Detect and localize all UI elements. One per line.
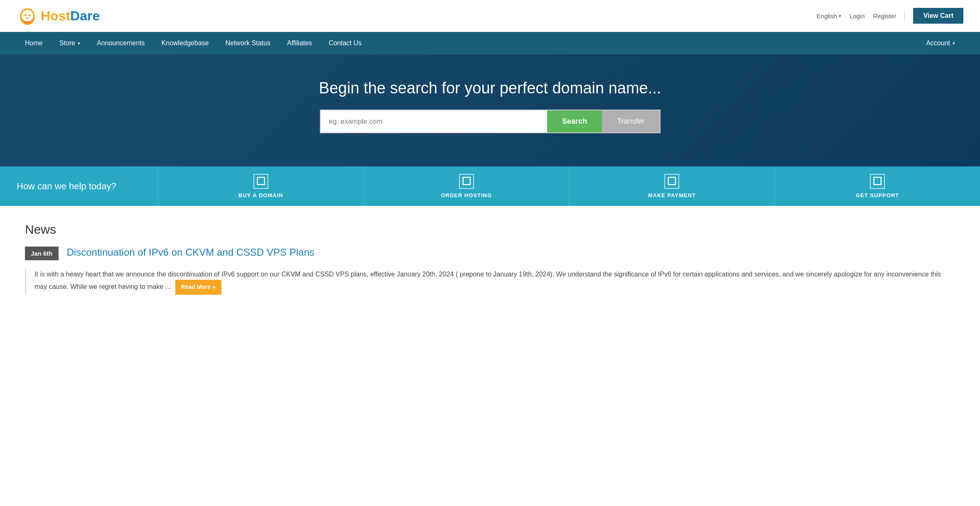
nav-store[interactable]: Store bbox=[51, 32, 88, 54]
news-date: Jan 6th bbox=[25, 247, 59, 260]
logo[interactable]: HostDare bbox=[17, 5, 100, 27]
nav-knowledgebase[interactable]: Knowledgebase bbox=[153, 32, 217, 54]
news-item: Jan 6th Discontinuation of IPv6 on CKVM … bbox=[25, 247, 955, 260]
hero-title: Begin the search for your perfect domain… bbox=[8, 79, 972, 97]
hero-section: Begin the search for your perfect domain… bbox=[0, 54, 980, 166]
make-payment-icon: ☐ bbox=[664, 174, 679, 189]
language-selector[interactable]: English bbox=[817, 12, 841, 20]
help-actions: ☐ BUY A DOMAIN ☐ ORDER HOSTING ☐ MAKE PA… bbox=[158, 166, 980, 206]
nav-announcements[interactable]: Announcements bbox=[88, 32, 153, 54]
read-more-button[interactable]: Read More » bbox=[175, 280, 221, 295]
make-payment-label: MAKE PAYMENT bbox=[648, 192, 696, 198]
news-article-title[interactable]: Discontinuation of IPv6 on CKVM and CSSD… bbox=[67, 247, 314, 258]
svg-point-3 bbox=[25, 14, 27, 16]
nav-network-status[interactable]: Network Status bbox=[217, 32, 278, 54]
view-cart-button[interactable]: View Cart bbox=[913, 8, 963, 24]
search-button[interactable]: Search bbox=[547, 110, 602, 132]
get-support-action[interactable]: ☐ GET SUPPORT bbox=[775, 166, 980, 206]
domain-search-input[interactable] bbox=[321, 110, 548, 132]
login-link[interactable]: Login bbox=[850, 12, 865, 20]
news-body-text: It is with a heavy heart that we announc… bbox=[34, 271, 941, 290]
nav-affiliates[interactable]: Affiliates bbox=[279, 32, 320, 54]
header-divider bbox=[904, 10, 905, 22]
register-link[interactable]: Register bbox=[873, 12, 896, 20]
logo-dare-text: Dare bbox=[70, 8, 100, 23]
header-right: English Login Register View Cart bbox=[817, 8, 963, 24]
logo-icon bbox=[17, 5, 38, 27]
main-content: News Jan 6th Discontinuation of IPv6 on … bbox=[0, 206, 980, 311]
order-hosting-action[interactable]: ☐ ORDER HOSTING bbox=[364, 166, 570, 206]
news-section-title: News bbox=[25, 222, 955, 237]
news-body: It is with a heavy heart that we announc… bbox=[25, 269, 955, 295]
buy-domain-label: BUY A DOMAIN bbox=[238, 192, 283, 198]
order-hosting-label: ORDER HOSTING bbox=[441, 192, 492, 198]
get-support-label: GET SUPPORT bbox=[856, 192, 899, 198]
buy-domain-icon: ☐ bbox=[253, 174, 268, 189]
buy-domain-action[interactable]: ☐ BUY A DOMAIN bbox=[158, 166, 364, 206]
transfer-button[interactable]: Transfer bbox=[602, 110, 659, 132]
help-text: How can we help today? bbox=[0, 166, 158, 206]
main-nav: Home Store Announcements Knowledgebase N… bbox=[0, 32, 980, 54]
logo-host-text: Host bbox=[41, 8, 70, 23]
nav-account[interactable]: Account bbox=[918, 32, 963, 54]
get-support-icon: ☐ bbox=[870, 174, 885, 189]
svg-point-4 bbox=[29, 14, 31, 16]
order-hosting-icon: ☐ bbox=[459, 174, 474, 189]
site-header: HostDare English Login Register View Car… bbox=[0, 0, 980, 32]
make-payment-action[interactable]: ☐ MAKE PAYMENT bbox=[570, 166, 775, 206]
svg-point-2 bbox=[22, 10, 33, 22]
nav-home[interactable]: Home bbox=[17, 32, 51, 54]
nav-contact-us[interactable]: Contact Us bbox=[320, 32, 370, 54]
domain-search-bar: Search Transfer bbox=[320, 110, 661, 133]
help-bar: How can we help today? ☐ BUY A DOMAIN ☐ … bbox=[0, 166, 980, 206]
